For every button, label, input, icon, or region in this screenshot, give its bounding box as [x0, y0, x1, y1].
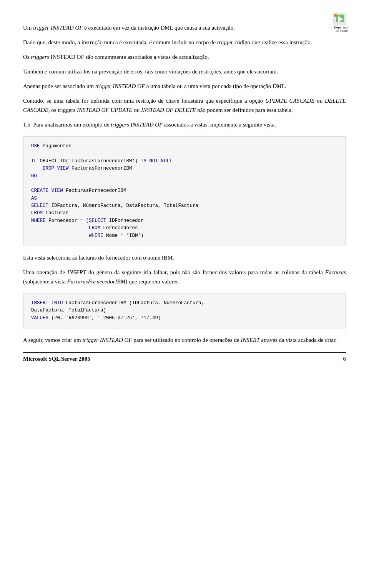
code-block-2: INSERT INTO FacturasFornecedorIBM (IDFac…	[23, 293, 346, 328]
paragraph-9: Uma operação de INSERT do género da segu…	[23, 268, 346, 286]
footer: Microsoft SQL Server 2005 6	[23, 352, 346, 362]
svg-text:de Informática: de Informática	[336, 29, 348, 33]
paragraph-1: Um trigger INSTEAD OF é executado em vez…	[23, 23, 346, 32]
paragraph-5: Apenas pode ser associado um trigger INS…	[23, 82, 346, 91]
paragraph-10: A seguir, vamos criar um trigger INSTEAD…	[23, 335, 346, 345]
section-paragraph: 1.5 Para analisarmos um exemplo de trigg…	[23, 120, 346, 129]
paragraph-8: Esta vista selecciona as facturas do for…	[23, 253, 346, 262]
logo: Departamento de Informática	[317, 12, 348, 35]
paragraph-6: Contudo, se uma tabela for definida com …	[23, 96, 346, 115]
svg-point-3	[334, 14, 337, 17]
svg-text:Departamento: Departamento	[334, 26, 348, 29]
paragraph-2: Dado que, deste modo, a instrução nunca …	[23, 38, 346, 47]
code-block-1: USE Pagamentos IF OBJECT_ID('FacturasFor…	[23, 136, 346, 246]
paragraph-4: Também é comum utilizá-los na prevenção …	[23, 67, 346, 76]
footer-page: 6	[343, 356, 346, 362]
page: Departamento de Informática Um trigger I…	[0, 0, 369, 373]
footer-title: Microsoft SQL Server 2005	[23, 356, 90, 362]
main-content: Um trigger INSTEAD OF é executado em vez…	[23, 23, 346, 345]
paragraph-3: Os triggers INSTEAD OF são comummente as…	[23, 52, 346, 62]
